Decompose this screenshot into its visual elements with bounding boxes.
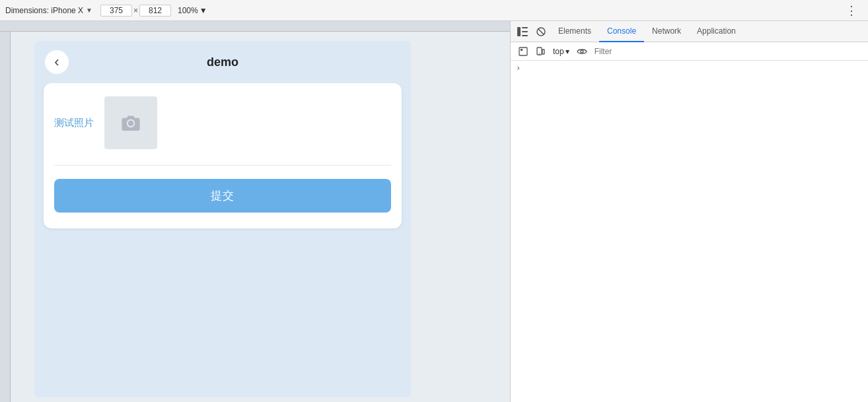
device-emulation-button[interactable]	[533, 44, 548, 59]
eye-button[interactable]	[575, 44, 589, 59]
width-input[interactable]	[100, 5, 132, 17]
divider	[54, 165, 391, 166]
block-icon	[536, 27, 546, 36]
svg-point-11	[581, 50, 583, 53]
sidebar-icon	[517, 27, 528, 36]
photo-label: 测试照片	[54, 117, 94, 129]
context-selector[interactable]: top ▾	[550, 46, 572, 57]
top-label: top	[553, 47, 564, 56]
tab-elements[interactable]: Elements	[550, 21, 599, 42]
device-label: Dimensions: iPhone X	[5, 6, 83, 15]
svg-point-10	[539, 53, 540, 53]
svg-rect-6	[519, 48, 527, 55]
ruler-top	[0, 21, 510, 32]
back-icon: ‹	[54, 53, 59, 71]
device-chevron-icon: ▼	[86, 7, 92, 14]
device-selector[interactable]: Dimensions: iPhone X ▼	[5, 6, 92, 15]
camera-icon	[120, 114, 141, 132]
devtools-tabs: Elements Console Network Application	[550, 21, 865, 42]
zoom-chevron-icon: ▼	[199, 6, 207, 15]
tab-application[interactable]: Application	[689, 21, 744, 42]
devtools-tabbar: Elements Console Network Application	[511, 21, 868, 42]
back-button[interactable]: ‹	[45, 50, 69, 74]
console-toolbar: top ▾	[511, 42, 868, 61]
eye-icon	[577, 48, 587, 55]
top-toolbar: Dimensions: iPhone X ▼ × 100% ▼ ⋮	[0, 0, 868, 21]
svg-rect-2	[522, 31, 528, 32]
sidebar-toggle-button[interactable]	[513, 22, 532, 41]
svg-line-5	[538, 28, 544, 34]
ruler-left	[0, 32, 11, 402]
console-chevron-icon[interactable]: ›	[516, 63, 521, 73]
tab-network[interactable]: Network	[644, 21, 689, 42]
submit-button[interactable]: 提交	[54, 179, 391, 213]
phone-frame: ‹ demo 测试照片 提交	[34, 41, 411, 397]
inspect-element-button[interactable]	[516, 44, 530, 59]
console-content: ›	[511, 61, 868, 402]
svg-rect-3	[522, 35, 528, 36]
zoom-level: 100%	[178, 6, 198, 15]
more-options-button[interactable]: ⋮	[840, 3, 863, 18]
form-card: 测试照片 提交	[44, 83, 402, 228]
devtools-panel: Elements Console Network Application	[510, 21, 868, 402]
tab-console[interactable]: Console	[599, 21, 644, 42]
photo-row: 测试照片	[54, 96, 391, 149]
block-icon-button[interactable]	[532, 22, 550, 41]
svg-rect-7	[521, 49, 523, 51]
inspect-icon	[519, 47, 528, 56]
browser-viewport: ‹ demo 测试照片 提交	[0, 21, 510, 402]
top-chevron-icon: ▾	[565, 47, 569, 56]
filter-input[interactable]	[592, 47, 863, 56]
height-input[interactable]	[139, 5, 171, 17]
photo-placeholder[interactable]	[104, 96, 157, 149]
svg-rect-1	[522, 27, 528, 28]
zoom-selector[interactable]: 100% ▼	[178, 6, 207, 15]
svg-rect-0	[517, 27, 521, 36]
app-header: ‹ demo	[34, 41, 411, 83]
app-title: demo	[69, 55, 377, 69]
svg-rect-9	[542, 50, 544, 54]
device-icon	[536, 47, 545, 56]
dimension-separator: ×	[133, 6, 138, 15]
main-layout: ‹ demo 测试照片 提交	[0, 21, 868, 402]
